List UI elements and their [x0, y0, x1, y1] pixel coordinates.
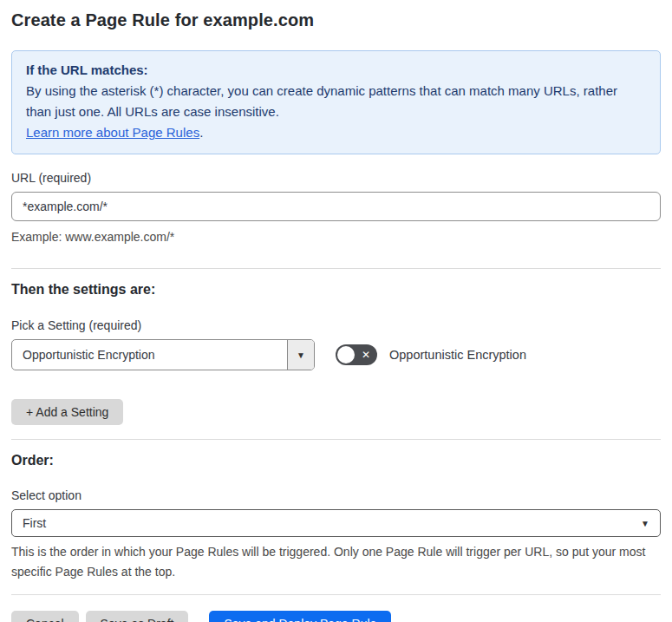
- order-select-label: Select option: [11, 488, 661, 502]
- setting-select-value: Opportunistic Encryption: [12, 340, 287, 370]
- url-example-helper: Example: www.example.com/*: [11, 227, 661, 247]
- toggle-x-icon: ✕: [362, 344, 370, 365]
- setting-select[interactable]: Opportunistic Encryption ▼: [11, 339, 315, 370]
- page-rule-form: Create a Page Rule for example.com If th…: [0, 10, 672, 622]
- cancel-button[interactable]: Cancel: [11, 611, 79, 622]
- info-banner-link-line: Learn more about Page Rules.: [26, 122, 646, 143]
- url-input[interactable]: [11, 192, 661, 221]
- order-section-heading: Order:: [11, 453, 661, 468]
- add-setting-button[interactable]: + Add a Setting: [11, 399, 123, 425]
- settings-section-heading: Then the settings are:: [11, 282, 661, 298]
- save-as-draft-button[interactable]: Save as Draft: [86, 611, 189, 622]
- divider: [11, 268, 661, 269]
- footer-actions: Cancel Save as Draft Save and Deploy Pag…: [11, 611, 661, 622]
- order-select[interactable]: First ▼: [11, 509, 661, 537]
- order-helper-text: This is the order in which your Page Rul…: [11, 542, 649, 582]
- info-banner-heading: If the URL matches:: [26, 60, 646, 81]
- url-label: URL (required): [11, 171, 661, 185]
- save-and-deploy-button[interactable]: Save and Deploy Page Rule: [209, 611, 391, 622]
- setting-row: Opportunistic Encryption ▼ ✕ Opportunist…: [11, 339, 661, 370]
- link-period: .: [199, 125, 203, 140]
- divider: [11, 439, 661, 440]
- divider: [11, 594, 661, 595]
- url-match-info-banner: If the URL matches: By using the asteris…: [11, 50, 661, 154]
- setting-toggle-label: Opportunistic Encryption: [389, 348, 526, 362]
- pick-setting-label: Pick a Setting (required): [11, 318, 661, 332]
- info-banner-body: By using the asterisk (*) character, you…: [26, 81, 646, 122]
- toggle-knob: [337, 346, 355, 363]
- order-select-value: First: [23, 516, 46, 530]
- dropdown-arrow-icon[interactable]: ▼: [287, 340, 314, 370]
- dropdown-arrow-icon: ▼: [641, 519, 649, 528]
- learn-more-link[interactable]: Learn more about Page Rules: [26, 125, 199, 140]
- setting-toggle[interactable]: ✕: [336, 344, 377, 365]
- page-title: Create a Page Rule for example.com: [11, 10, 661, 30]
